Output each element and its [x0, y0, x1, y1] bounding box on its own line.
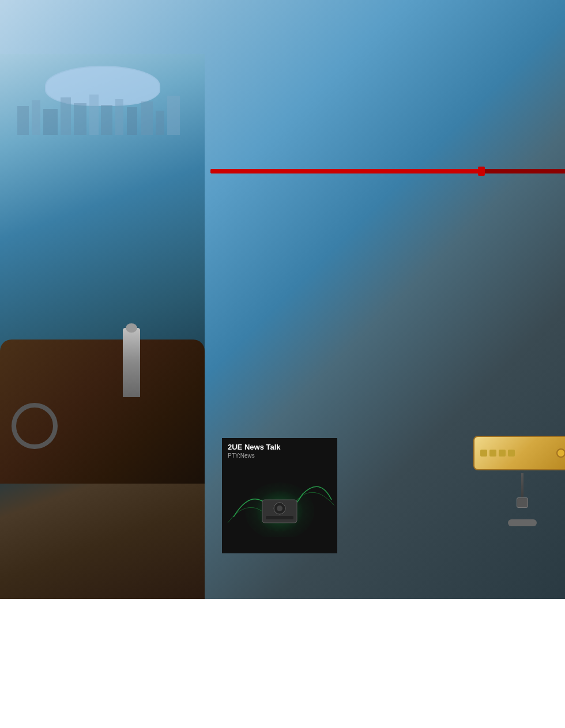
svg-rect-6: [101, 105, 112, 135]
gear-shift: [123, 328, 140, 397]
svg-rect-17: [266, 516, 293, 519]
svg-rect-7: [115, 99, 123, 135]
car-image-area: 87.60 106.00: [0, 54, 205, 599]
freq-fill: [210, 169, 483, 173]
svg-rect-3: [61, 97, 71, 135]
dab-left-panel: 2UE News Talk PTY:News: [222, 438, 337, 553]
svg-rect-9: [141, 101, 153, 135]
svg-rect-4: [74, 103, 86, 135]
svg-rect-5: [89, 95, 99, 135]
svg-rect-2: [43, 109, 58, 135]
svg-rect-8: [127, 107, 137, 135]
svg-rect-0: [17, 106, 29, 135]
svg-rect-10: [156, 111, 164, 135]
dab-visual: [222, 462, 337, 537]
svg-rect-11: [167, 96, 180, 135]
freq-thumb: [478, 167, 485, 176]
city-skyline: [12, 89, 193, 135]
dab-station-name: 2UE News Talk: [222, 438, 337, 452]
dab-pty: PTY:News: [222, 452, 337, 462]
freq-track: [210, 169, 565, 173]
dashboard: [0, 340, 205, 484]
svg-point-16: [277, 506, 282, 511]
svg-rect-1: [32, 100, 40, 135]
